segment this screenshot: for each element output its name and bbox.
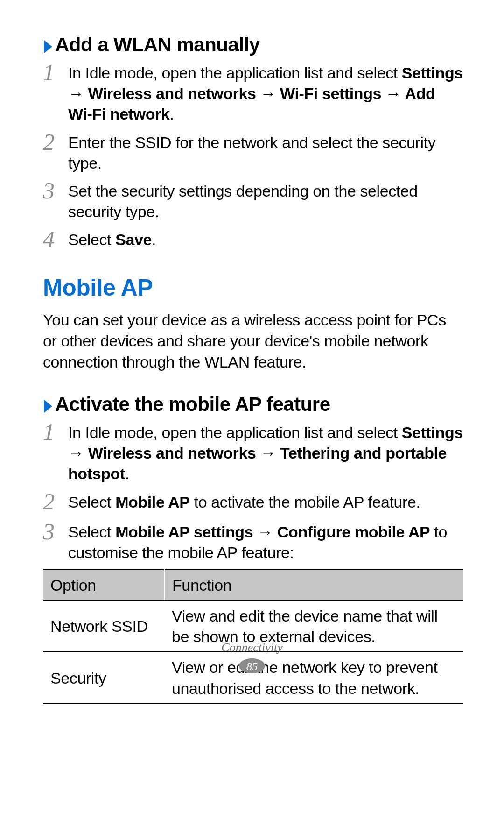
step-text-pre: Select xyxy=(68,523,115,541)
chevron-right-icon xyxy=(43,37,53,53)
step-text-pre: Select xyxy=(68,493,115,511)
step-body: In Idle mode, open the application list … xyxy=(68,421,463,484)
step-body: Select Mobile AP to activate the mobile … xyxy=(68,491,463,512)
subheading-activate-ap: Activate the mobile AP feature xyxy=(43,393,463,416)
step-body: Select Mobile AP settings → Configure mo… xyxy=(68,521,463,563)
subheading-activate-ap-text: Activate the mobile AP feature xyxy=(55,393,330,416)
step-text-pre: In Idle mode, open the application list … xyxy=(68,64,402,82)
step-number: 4 xyxy=(43,227,68,251)
mobile-ap-options-table: Option Function Network SSID View and ed… xyxy=(43,569,463,704)
step-text-post: . xyxy=(152,231,156,248)
heading-mobile-ap: Mobile AP xyxy=(43,274,463,301)
step: 3 Select Mobile AP settings → Configure … xyxy=(43,521,463,563)
step-body: Set the security settings depending on t… xyxy=(68,180,463,222)
footer-category: Connectivity xyxy=(0,641,504,655)
step-body: Select Save. xyxy=(68,228,463,250)
step-body: In Idle mode, open the application list … xyxy=(68,62,463,125)
step-number: 3 xyxy=(43,520,68,543)
steps-activate-ap: 1 In Idle mode, open the application lis… xyxy=(43,421,463,563)
step-number: 2 xyxy=(43,490,68,513)
step-text-post: to activate the mobile AP feature. xyxy=(190,493,420,511)
page-footer: Connectivity 85 xyxy=(0,641,504,674)
step-text-bold: Mobile AP xyxy=(115,493,189,511)
step-text-bold: Mobile AP settings → Configure mobile AP xyxy=(115,523,430,541)
table-header-row: Option Function xyxy=(43,570,463,601)
step-text-pre: Enter the SSID for the network and selec… xyxy=(68,134,435,172)
step-text-pre: In Idle mode, open the application list … xyxy=(68,424,402,441)
step: 4 Select Save. xyxy=(43,228,463,252)
table-header-function: Function xyxy=(164,570,463,601)
step: 1 In Idle mode, open the application lis… xyxy=(43,62,463,125)
step: 1 In Idle mode, open the application lis… xyxy=(43,421,463,484)
steps-add-wlan: 1 In Idle mode, open the application lis… xyxy=(43,62,463,252)
step-number: 1 xyxy=(43,61,68,84)
chevron-right-icon xyxy=(43,396,53,412)
subheading-add-wlan: Add a WLAN manually xyxy=(43,34,463,56)
step-number: 1 xyxy=(43,420,68,444)
step: 3 Set the security settings depending on… xyxy=(43,180,463,222)
subheading-add-wlan-text: Add a WLAN manually xyxy=(55,34,260,56)
svg-marker-0 xyxy=(44,40,52,54)
step-text-pre: Select xyxy=(68,231,115,248)
page-container: Add a WLAN manually 1 In Idle mode, open… xyxy=(0,0,504,704)
table-header-option: Option xyxy=(43,570,164,601)
step-text-post: . xyxy=(169,105,174,123)
step-body: Enter the SSID for the network and selec… xyxy=(68,131,463,173)
step: 2 Select Mobile AP to activate the mobil… xyxy=(43,491,463,514)
step-text-pre: Set the security settings depending on t… xyxy=(68,182,418,220)
page-number-badge: 85 xyxy=(238,657,266,674)
step-number: 2 xyxy=(43,130,68,154)
page-number: 85 xyxy=(238,660,266,673)
step-number: 3 xyxy=(43,179,68,202)
svg-marker-1 xyxy=(44,400,52,413)
step-text-bold: Save xyxy=(115,231,152,248)
mobile-ap-intro: You can set your device as a wireless ac… xyxy=(43,310,463,373)
step: 2 Enter the SSID for the network and sel… xyxy=(43,131,463,173)
step-text-post: . xyxy=(125,465,129,482)
